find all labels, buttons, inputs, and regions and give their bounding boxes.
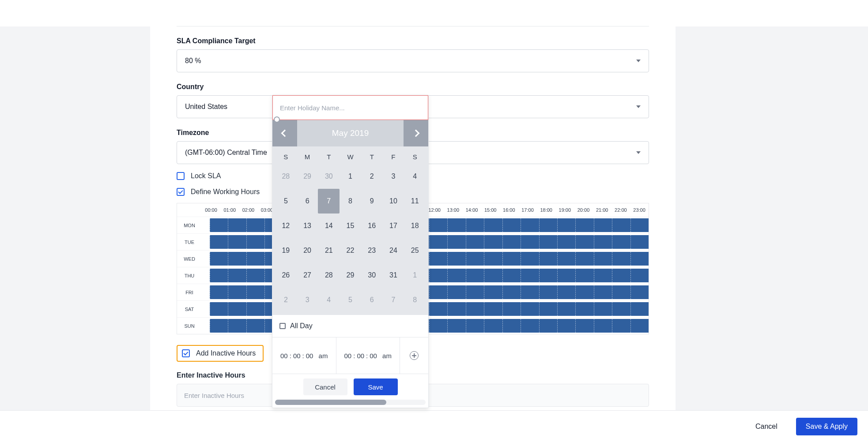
calendar-dow-label: M (297, 149, 318, 164)
calendar-day-cell[interactable]: 27 (297, 263, 318, 288)
calendar-day-cell[interactable]: 25 (404, 238, 426, 263)
calendar-day-cell[interactable]: 7 (318, 189, 340, 214)
lock-sla-label: Lock SLA (191, 172, 221, 180)
schedule-day-label: SUN (177, 318, 202, 334)
chevron-down-icon (636, 60, 641, 62)
calendar-next-button[interactable] (404, 120, 428, 146)
calendar-day-cell[interactable]: 19 (275, 238, 297, 263)
start-hh: 00 (280, 352, 288, 360)
enter-inactive-hours-placeholder: Enter Inactive Hours (184, 392, 244, 399)
end-ss: 00 (370, 352, 377, 360)
schedule-hour-label: 23:00 (630, 207, 649, 213)
calendar-day-cell[interactable]: 20 (297, 238, 318, 263)
calendar-day-cell[interactable]: 8 (340, 189, 361, 214)
calendar-day-cell[interactable]: 2 (361, 164, 383, 189)
calendar-prev-button[interactable] (272, 120, 297, 146)
calendar-day-cell[interactable]: 8 (404, 288, 426, 312)
calendar-day-cell[interactable]: 3 (383, 164, 404, 189)
chevron-right-icon (412, 130, 420, 137)
calendar-day-cell[interactable]: 10 (383, 189, 404, 214)
calendar-day-cell[interactable]: 1 (404, 263, 426, 288)
schedule-day-label: TUE (177, 234, 202, 250)
all-day-label: All Day (290, 322, 313, 330)
holiday-name-placeholder: Enter Holiday Name... (280, 104, 345, 112)
start-ampm: am (319, 352, 328, 360)
checkmark-icon (178, 189, 183, 194)
calendar-day-cell[interactable]: 3 (297, 288, 318, 312)
schedule-day-label: FRI (177, 284, 202, 300)
start-time-input[interactable]: 00:00:00 am (272, 337, 336, 374)
end-time-input[interactable]: 00:00:00 am (336, 337, 400, 374)
add-inactive-hours-checkbox[interactable] (182, 349, 190, 357)
lock-sla-checkbox[interactable] (177, 172, 185, 180)
card-top-divider (177, 0, 649, 26)
end-hh: 00 (344, 352, 352, 360)
calendar-day-cell[interactable]: 26 (275, 263, 297, 288)
calendar-day-cell[interactable]: 23 (361, 238, 383, 263)
calendar-day-cell[interactable]: 4 (404, 164, 426, 189)
calendar-day-cell[interactable]: 13 (297, 214, 318, 238)
schedule-hour-label: 01:00 (220, 207, 239, 213)
schedule-hour-label: 19:00 (555, 207, 574, 213)
calendar-day-cell[interactable]: 18 (404, 214, 426, 238)
all-day-checkbox[interactable] (279, 323, 286, 329)
calendar-day-cell[interactable]: 12 (275, 214, 297, 238)
calendar-cancel-button[interactable]: Cancel (303, 378, 347, 395)
add-time-range-button[interactable] (400, 337, 428, 374)
schedule-day-label: MON (177, 217, 202, 233)
sla-compliance-group: SLA Compliance Target 80 % (177, 37, 649, 72)
all-day-row[interactable]: All Day (272, 315, 428, 337)
schedule-hour-label: 21:00 (593, 207, 611, 213)
calendar-day-cell[interactable]: 31 (383, 263, 404, 288)
calendar-dow-label: T (361, 149, 383, 164)
calendar-day-cell[interactable]: 21 (318, 238, 340, 263)
calendar-day-cell[interactable]: 6 (297, 189, 318, 214)
end-ampm: am (382, 352, 392, 360)
chevron-down-icon (636, 151, 641, 154)
calendar-day-cell[interactable]: 28 (275, 164, 297, 189)
schedule-hour-label: 22:00 (611, 207, 630, 213)
sla-compliance-select[interactable]: 80 % (177, 49, 649, 72)
schedule-hour-label: 14:00 (462, 207, 481, 213)
calendar-day-cell[interactable]: 28 (318, 263, 340, 288)
page-cancel-button[interactable]: Cancel (746, 418, 787, 435)
calendar-day-cell[interactable]: 17 (383, 214, 404, 238)
calendar-day-cell[interactable]: 30 (361, 263, 383, 288)
calendar-day-cell[interactable]: 1 (340, 164, 361, 189)
calendar-day-cell[interactable]: 4 (318, 288, 340, 312)
timezone-value: (GMT-06:00) Central Time (185, 149, 267, 157)
checkmark-icon (183, 350, 188, 355)
schedule-hour-label: 16:00 (500, 207, 518, 213)
define-working-hours-checkbox[interactable] (177, 188, 185, 196)
scrollbar-thumb[interactable] (275, 400, 386, 405)
input-handle-icon (274, 116, 280, 123)
calendar-save-button[interactable]: Save (354, 378, 398, 395)
calendar-day-cell[interactable]: 9 (361, 189, 383, 214)
plus-circle-icon (410, 351, 419, 360)
calendar-day-cell[interactable]: 15 (340, 214, 361, 238)
calendar-day-cell[interactable]: 14 (318, 214, 340, 238)
calendar-day-cell[interactable]: 30 (318, 164, 340, 189)
page-save-apply-button[interactable]: Save & Apply (796, 418, 857, 435)
calendar-day-cell[interactable]: 29 (340, 263, 361, 288)
time-range-row: 00:00:00 am 00:00:00 am (272, 337, 428, 374)
calendar-day-cell[interactable]: 24 (383, 238, 404, 263)
calendar-day-cell[interactable]: 22 (340, 238, 361, 263)
calendar-day-cell[interactable]: 7 (383, 288, 404, 312)
chevron-down-icon (636, 105, 641, 108)
calendar-day-cell[interactable]: 5 (275, 189, 297, 214)
schedule-hour-label: 15:00 (481, 207, 500, 213)
calendar-grid: SMTWTFS 28293012345678910111213141516171… (272, 146, 428, 315)
calendar-day-cell[interactable]: 11 (404, 189, 426, 214)
calendar-day-cell[interactable]: 6 (361, 288, 383, 312)
calendar-day-cell[interactable]: 29 (297, 164, 318, 189)
calendar-dow-label: S (404, 149, 426, 164)
calendar-day-cell[interactable]: 16 (361, 214, 383, 238)
popover-scrollbar[interactable] (275, 400, 426, 405)
schedule-day-label: THU (177, 267, 202, 284)
calendar-dow-label: W (340, 149, 361, 164)
calendar-day-cell[interactable]: 2 (275, 288, 297, 312)
holiday-name-input[interactable]: Enter Holiday Name... (272, 95, 428, 120)
calendar-day-cell[interactable]: 5 (340, 288, 361, 312)
add-inactive-hours-row[interactable]: Add Inactive Hours (177, 345, 264, 362)
